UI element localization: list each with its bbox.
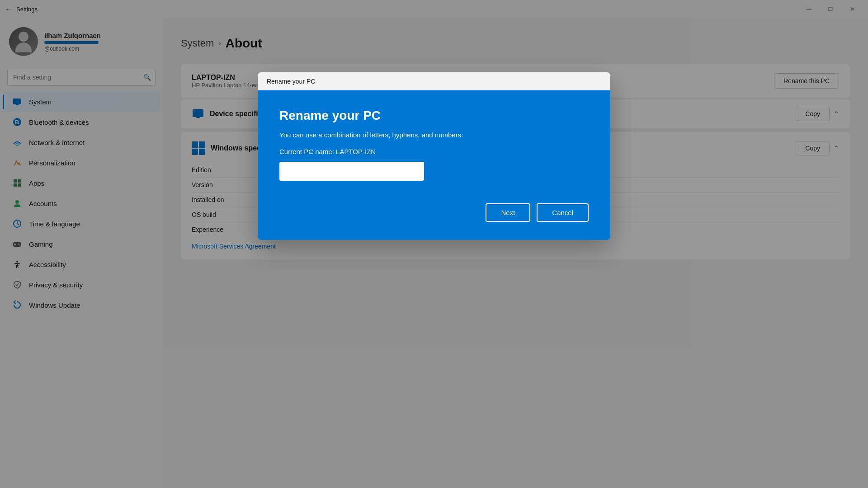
modal-cancel-button[interactable]: Cancel — [537, 203, 589, 222]
modal-heading: Rename your PC — [279, 108, 589, 123]
modal-new-name-input[interactable] — [279, 162, 424, 181]
modal-description: You can use a combination of letters, hy… — [279, 131, 589, 139]
modal-overlay: Rename your PC Rename your PC You can us… — [0, 0, 868, 488]
modal-next-button[interactable]: Next — [486, 203, 530, 222]
modal-actions: Next Cancel — [279, 203, 589, 222]
modal-titlebar: Rename your PC — [258, 72, 610, 90]
rename-pc-modal: Rename your PC Rename your PC You can us… — [258, 72, 610, 240]
modal-current-name: Current PC name: LAPTOP-IZN — [279, 148, 589, 155]
modal-body: Rename your PC You can use a combination… — [258, 90, 610, 240]
